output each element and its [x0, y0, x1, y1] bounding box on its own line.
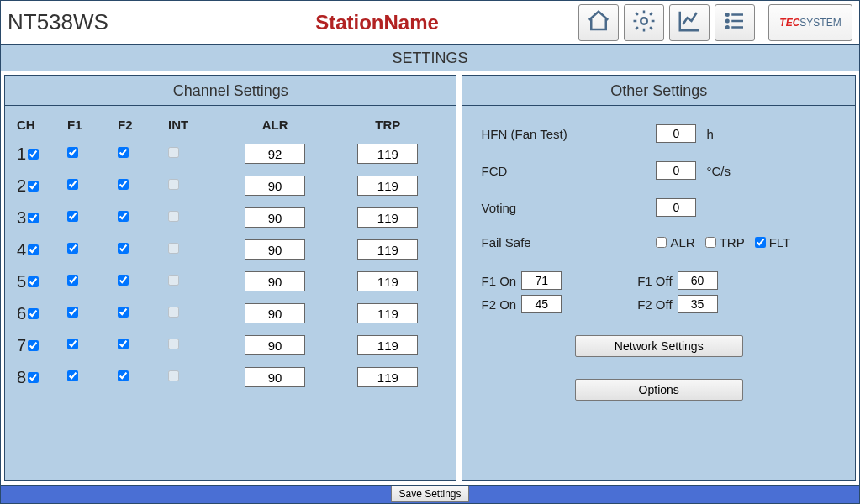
hfn-input[interactable]: [656, 124, 696, 143]
channel-f2-cell: [118, 178, 168, 193]
channel-f2-checkbox[interactable]: [118, 243, 129, 254]
channel-number: 7: [17, 336, 67, 355]
channel-number-label: 1: [17, 144, 26, 164]
save-settings-button[interactable]: Save Settings: [391, 486, 468, 502]
options-button[interactable]: Options: [575, 379, 743, 401]
voting-label: Voting: [481, 201, 649, 215]
channel-f1-cell: [67, 338, 118, 353]
channel-f2-checkbox[interactable]: [118, 275, 129, 286]
channel-int-checkbox[interactable]: [168, 147, 179, 158]
col-alr: ALR: [219, 118, 331, 132]
channel-f2-checkbox[interactable]: [118, 211, 129, 222]
failsafe-alr-checkbox[interactable]: [656, 237, 667, 248]
f2off-input[interactable]: [678, 295, 718, 313]
channel-trp-input[interactable]: [357, 367, 418, 387]
gear-icon: [631, 8, 657, 37]
channel-alr-cell: [219, 335, 331, 355]
channel-enable-checkbox[interactable]: [28, 308, 39, 319]
f1on-input[interactable]: [521, 271, 562, 290]
svg-point-3: [726, 26, 729, 29]
network-settings-button[interactable]: Network Settings: [575, 335, 743, 357]
channel-f1-checkbox[interactable]: [67, 243, 78, 254]
channel-f1-cell: [67, 274, 118, 289]
channel-f1-checkbox[interactable]: [67, 275, 78, 286]
channel-trp-cell: [331, 144, 444, 164]
channel-alr-input[interactable]: [245, 176, 305, 196]
channel-enable-checkbox[interactable]: [28, 340, 39, 351]
chart-button[interactable]: [669, 4, 710, 41]
f2on-input[interactable]: [521, 295, 562, 313]
failsafe-alr-label: ALR: [670, 235, 694, 249]
channel-int-checkbox[interactable]: [168, 275, 179, 286]
channel-int-checkbox[interactable]: [168, 370, 179, 381]
channel-f1-cell: [67, 146, 118, 161]
fcd-unit: °C/s: [706, 164, 731, 178]
f1off-label: F1 Off: [637, 274, 672, 288]
channel-alr-input[interactable]: [245, 239, 305, 260]
channel-int-checkbox[interactable]: [168, 179, 179, 190]
channel-f1-cell: [67, 178, 118, 193]
channel-f1-checkbox[interactable]: [67, 147, 78, 158]
channel-f2-checkbox[interactable]: [118, 147, 129, 158]
home-button[interactable]: [578, 4, 619, 41]
channel-f2-cell: [118, 146, 168, 161]
channel-trp-input[interactable]: [357, 271, 418, 291]
failsafe-trp-checkbox[interactable]: [705, 237, 716, 248]
list-button[interactable]: [715, 4, 755, 41]
channel-enable-checkbox[interactable]: [28, 181, 39, 192]
channel-f1-checkbox[interactable]: [67, 179, 78, 190]
channel-enable-checkbox[interactable]: [28, 244, 39, 255]
channel-trp-cell: [331, 207, 444, 228]
channel-trp-input[interactable]: [357, 176, 418, 196]
channel-settings-panel: Channel Settings CH F1 F2 INT ALR TRP 12…: [4, 75, 456, 481]
col-trp: TRP: [331, 118, 444, 132]
channel-trp-input[interactable]: [357, 239, 418, 260]
channel-trp-input[interactable]: [357, 335, 418, 355]
channel-alr-cell: [219, 271, 331, 291]
channel-f1-checkbox[interactable]: [67, 370, 78, 381]
channel-f2-checkbox[interactable]: [118, 307, 129, 318]
channel-enable-checkbox[interactable]: [28, 372, 39, 383]
channel-f1-checkbox[interactable]: [67, 307, 78, 318]
page-title: SETTINGS: [1, 45, 859, 71]
channel-trp-cell: [331, 335, 444, 355]
f1off-input[interactable]: [678, 271, 718, 290]
channel-f2-checkbox[interactable]: [118, 370, 129, 381]
failsafe-flt-checkbox[interactable]: [755, 237, 766, 248]
channel-alr-input[interactable]: [245, 271, 305, 291]
channel-int-checkbox[interactable]: [168, 211, 179, 222]
channel-alr-input[interactable]: [245, 367, 305, 387]
brand-logo: TECSYSTEM: [768, 4, 852, 41]
channel-int-checkbox[interactable]: [168, 243, 179, 254]
channel-f2-cell: [118, 242, 168, 257]
channel-alr-input[interactable]: [245, 303, 305, 323]
channel-f2-checkbox[interactable]: [118, 179, 129, 190]
channel-settings-title: Channel Settings: [5, 76, 456, 106]
channel-f1-checkbox[interactable]: [67, 211, 78, 222]
channel-trp-cell: [331, 271, 444, 291]
channel-alr-input[interactable]: [245, 335, 305, 355]
channel-alr-input[interactable]: [245, 207, 305, 228]
channel-trp-input[interactable]: [357, 207, 418, 228]
channel-int-checkbox[interactable]: [168, 339, 179, 349]
channel-f1-checkbox[interactable]: [67, 339, 78, 349]
channel-enable-checkbox[interactable]: [28, 149, 39, 160]
channel-number-label: 3: [17, 208, 26, 228]
fcd-input[interactable]: [656, 161, 696, 180]
other-settings-title: Other Settings: [462, 76, 855, 106]
channel-number: 4: [17, 240, 67, 260]
hfn-unit: h: [706, 127, 713, 141]
channel-trp-input[interactable]: [357, 144, 418, 164]
settings-button[interactable]: [624, 4, 664, 41]
f2on-label: F2 On: [481, 297, 516, 312]
channel-number-label: 2: [17, 176, 26, 196]
channel-trp-input[interactable]: [357, 303, 418, 323]
failsafe-flt-label: FLT: [769, 235, 791, 249]
failsafe-trp-label: TRP: [720, 235, 745, 249]
voting-input[interactable]: [656, 198, 696, 217]
channel-f2-checkbox[interactable]: [118, 339, 129, 349]
channel-int-checkbox[interactable]: [168, 307, 179, 318]
channel-enable-checkbox[interactable]: [28, 213, 39, 223]
channel-enable-checkbox[interactable]: [28, 276, 39, 287]
channel-alr-input[interactable]: [245, 144, 305, 164]
